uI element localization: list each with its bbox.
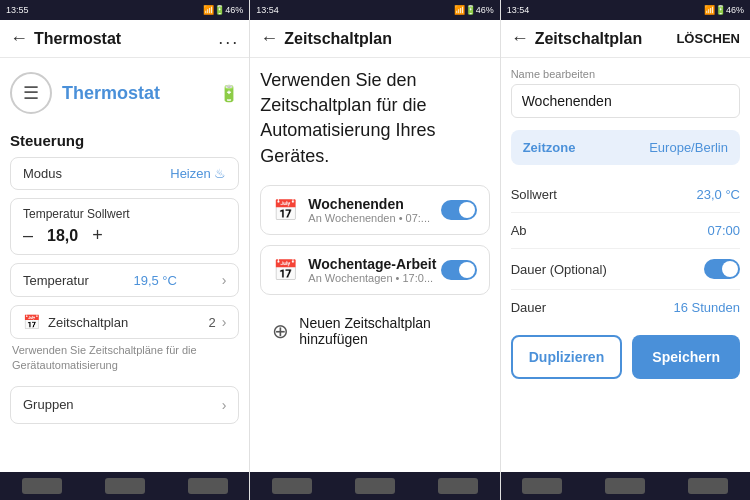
- sollwert-label: Temperatur Sollwert: [23, 207, 226, 221]
- nav-title-1: Thermostat: [34, 30, 218, 48]
- back-button-3[interactable]: ←: [511, 28, 529, 49]
- temperatur-chevron: ›: [222, 272, 227, 288]
- action-buttons: Duplizieren Speichern: [511, 325, 740, 379]
- gruppen-label: Gruppen: [23, 397, 74, 412]
- timezone-row[interactable]: Zeitzone Europe/Berlin: [511, 130, 740, 165]
- nav-back-btn-3[interactable]: [522, 478, 562, 494]
- nav-back-btn-2[interactable]: [272, 478, 312, 494]
- ab-label: Ab: [511, 223, 527, 238]
- temperatur-label: Temperatur: [23, 273, 89, 288]
- status-bar-2: 13:54 📶🔋46%: [250, 0, 499, 20]
- panel-thermostat: 13:55 📶🔋46% ← Thermostat ... ☰ Thermosta…: [0, 0, 250, 500]
- zeitschaltplan-label: Zeitschaltplan: [48, 315, 128, 330]
- back-button-2[interactable]: ←: [260, 28, 278, 49]
- steuerung-section: Steuerung: [10, 132, 239, 149]
- nav-home-btn-3[interactable]: [605, 478, 645, 494]
- thermostat-header: ☰ Thermostat 🔋: [10, 68, 239, 118]
- dauer-value-row[interactable]: Dauer 16 Stunden: [511, 290, 740, 325]
- sollwert-control: Temperatur Sollwert – 18,0 +: [10, 198, 239, 255]
- sollwert-value: 18,0: [47, 227, 78, 245]
- timezone-value: Europe/Berlin: [649, 140, 728, 155]
- temperatur-value: 19,5 °C: [133, 273, 177, 288]
- add-schedule-icon: ⊕: [272, 319, 289, 343]
- ab-value: 07:00: [707, 223, 740, 238]
- sollwert-plus-button[interactable]: +: [92, 225, 103, 246]
- nav-bar-2: ← Zeitschaltplan: [250, 20, 499, 58]
- schedule-name-1: Wochenenden: [308, 196, 430, 212]
- nav-recent-btn-2[interactable]: [438, 478, 478, 494]
- modus-label: Modus: [23, 166, 62, 181]
- zeitschaltplan-desc: Verwenden Sie Zeitschaltpläne für die Ge…: [10, 343, 239, 374]
- back-button-1[interactable]: ←: [10, 28, 28, 49]
- panel3-content: Name bearbeiten Zeitzone Europe/Berlin S…: [501, 58, 750, 472]
- dauer-toggle[interactable]: [704, 259, 740, 279]
- bottom-nav-1: [0, 472, 249, 500]
- schedule-toggle-2[interactable]: [441, 260, 477, 280]
- nav-home-btn-2[interactable]: [355, 478, 395, 494]
- sollwert-detail-value: 23,0 °C: [696, 187, 740, 202]
- temperatur-row[interactable]: Temperatur 19,5 °C ›: [10, 263, 239, 297]
- panel-edit-zeitschaltplan: 13:54 📶🔋46% ← Zeitschaltplan LÖSCHEN Nam…: [501, 0, 750, 500]
- zeitschaltplan-chevron: ›: [222, 314, 227, 330]
- name-field-label: Name bearbeiten: [511, 68, 740, 80]
- bottom-nav-2: [250, 472, 499, 500]
- nav-home-btn-1[interactable]: [105, 478, 145, 494]
- sollwert-controls: – 18,0 +: [23, 225, 226, 246]
- modus-row[interactable]: Modus Heizen ♨: [10, 157, 239, 190]
- schedule-item-wochenenden[interactable]: 📅 Wochenenden An Wochenenden • 07:...: [260, 185, 489, 235]
- panel1-content: ☰ Thermostat 🔋 Steuerung Modus Heizen ♨ …: [0, 58, 249, 472]
- schedule-detail-2: An Wochentagen • 17:0...: [308, 272, 436, 284]
- nav-bar-1: ← Thermostat ...: [0, 20, 249, 58]
- schedule-icon-1: 📅: [273, 198, 298, 222]
- ab-row[interactable]: Ab 07:00: [511, 213, 740, 249]
- dauer-value: 16 Stunden: [673, 300, 740, 315]
- sollwert-detail-row[interactable]: Sollwert 23,0 °C: [511, 177, 740, 213]
- nav-back-btn-1[interactable]: [22, 478, 62, 494]
- nav-bar-3: ← Zeitschaltplan LÖSCHEN: [501, 20, 750, 58]
- status-icons-2: 📶🔋46%: [454, 5, 494, 15]
- schedule-name-2: Wochentage-Arbeit: [308, 256, 436, 272]
- nav-title-2: Zeitschaltplan: [284, 30, 489, 48]
- status-time-3: 13:54: [507, 5, 530, 15]
- modus-value: Heizen ♨: [170, 166, 226, 181]
- thermostat-title: Thermostat: [62, 83, 219, 104]
- status-icons-3: 📶🔋46%: [704, 5, 744, 15]
- zeitschaltplan-icon: 📅: [23, 314, 40, 330]
- intro-text: Verwenden Sie den Zeitschaltplan für die…: [260, 68, 489, 169]
- dauer-optional-label: Dauer (Optional): [511, 262, 607, 277]
- status-icons-1: 📶🔋46%: [203, 5, 243, 15]
- sollwert-minus-button[interactable]: –: [23, 225, 33, 246]
- status-bar-1: 13:55 📶🔋46%: [0, 0, 249, 20]
- status-time-2: 13:54: [256, 5, 279, 15]
- zeitschaltplan-count: 2: [208, 315, 215, 330]
- schedule-toggle-1[interactable]: [441, 200, 477, 220]
- dauer-optional-row: Dauer (Optional): [511, 249, 740, 290]
- nav-title-3: Zeitschaltplan: [535, 30, 677, 48]
- gruppen-row[interactable]: Gruppen ›: [10, 386, 239, 424]
- gruppen-chevron: ›: [222, 397, 227, 413]
- thermostat-icon: ☰: [10, 72, 52, 114]
- sollwert-detail-label: Sollwert: [511, 187, 557, 202]
- timezone-label: Zeitzone: [523, 140, 576, 155]
- name-field-container: Name bearbeiten: [511, 68, 740, 118]
- battery-icon: 🔋: [219, 84, 239, 103]
- add-schedule-label: Neuen Zeitschaltplan hinzufügen: [299, 315, 477, 347]
- schedule-detail-1: An Wochenenden • 07:...: [308, 212, 430, 224]
- schedule-item-wochentage[interactable]: 📅 Wochentage-Arbeit An Wochentagen • 17:…: [260, 245, 489, 295]
- status-time-1: 13:55: [6, 5, 29, 15]
- panel-zeitschaltplan: 13:54 📶🔋46% ← Zeitschaltplan Verwenden S…: [250, 0, 500, 500]
- add-schedule-button[interactable]: ⊕ Neuen Zeitschaltplan hinzufügen: [260, 305, 489, 357]
- nav-recent-btn-3[interactable]: [688, 478, 728, 494]
- bottom-nav-3: [501, 472, 750, 500]
- zeitschaltplan-row[interactable]: 📅 Zeitschaltplan 2 ›: [10, 305, 239, 339]
- duplicate-button[interactable]: Duplizieren: [511, 335, 623, 379]
- more-button-1[interactable]: ...: [218, 28, 239, 49]
- name-input[interactable]: [511, 84, 740, 118]
- schedule-icon-2: 📅: [273, 258, 298, 282]
- save-button[interactable]: Speichern: [632, 335, 740, 379]
- nav-recent-btn-1[interactable]: [188, 478, 228, 494]
- dauer-label: Dauer: [511, 300, 546, 315]
- status-bar-3: 13:54 📶🔋46%: [501, 0, 750, 20]
- panel2-content: Verwenden Sie den Zeitschaltplan für die…: [250, 58, 499, 472]
- delete-button[interactable]: LÖSCHEN: [676, 31, 740, 46]
